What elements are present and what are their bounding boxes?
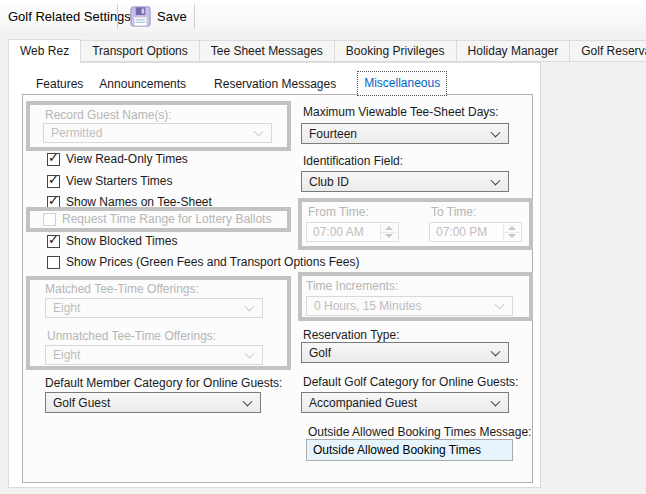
outside-message-input[interactable] xyxy=(306,439,513,461)
show-blocked-times-checkbox[interactable]: ✓ xyxy=(47,235,60,248)
chevron-down-icon xyxy=(491,346,501,356)
miscellaneous-tab-page: Record Guest Name(s): Permitted ✓ View R… xyxy=(22,94,533,483)
spinner-up-button[interactable] xyxy=(504,224,520,233)
time-increments-group: Time Increments: 0 Hours, 15 Minutes xyxy=(298,272,533,321)
request-time-range-checkbox-row: ✓ Request Time Range for Lottery Ballots xyxy=(43,212,271,226)
reservation-type-value: Golf xyxy=(309,346,331,360)
tab-web-rez[interactable]: Web Rez xyxy=(8,39,81,63)
tee-time-offerings-group: Matched Tee-Time Offerings: Eight Unmatc… xyxy=(26,276,291,370)
reservation-type-label: Reservation Type: xyxy=(303,328,400,342)
chevron-down-icon xyxy=(245,302,255,312)
triangle-down-icon xyxy=(385,234,393,238)
tab-transport-options[interactable]: Transport Options xyxy=(81,40,200,62)
checkmark-icon: ✓ xyxy=(48,233,59,246)
unmatched-offerings-label: Unmatched Tee-Time Offerings: xyxy=(47,329,216,343)
matched-offerings-label: Matched Tee-Time Offerings: xyxy=(45,282,199,296)
show-prices-checkbox[interactable]: ✓ xyxy=(47,256,60,269)
subtab-reservation-messages[interactable]: Reservation Messages xyxy=(208,73,342,95)
checkmark-icon: ✓ xyxy=(48,194,59,207)
toolbar-separator xyxy=(117,4,118,29)
view-starters-times-checkbox-row[interactable]: ✓ View Starters Times xyxy=(47,174,172,188)
chevron-down-icon xyxy=(245,349,255,359)
identification-field-dropdown[interactable]: Club ID xyxy=(301,171,509,192)
subtab-announcements[interactable]: Announcements xyxy=(93,73,192,95)
show-prices-label: Show Prices (Green Fees and Transport Op… xyxy=(66,255,359,269)
matched-offerings-value: Eight xyxy=(53,301,80,315)
default-member-category-value: Golf Guest xyxy=(53,396,110,410)
max-viewable-days-value: Fourteen xyxy=(309,127,357,141)
to-time-value: 07:00 PM xyxy=(436,225,487,239)
spinner-buttons xyxy=(503,224,520,240)
golf-related-settings-window: Golf Related Settings Save Web Rez Trans… xyxy=(0,0,646,494)
reservation-type-dropdown[interactable]: Golf xyxy=(301,342,509,363)
request-time-range-checkbox: ✓ xyxy=(43,213,56,226)
matched-offerings-dropdown[interactable]: Eight xyxy=(45,298,263,318)
toolbar: Golf Related Settings Save xyxy=(0,0,646,34)
time-increments-value: 0 Hours, 15 Minutes xyxy=(314,299,421,313)
identification-field-value: Club ID xyxy=(309,175,349,189)
record-guest-names-group: Record Guest Name(s): Permitted xyxy=(26,101,291,151)
view-read-only-times-checkbox-row[interactable]: ✓ View Read-Only Times xyxy=(47,152,188,166)
checkmark-icon: ✓ xyxy=(48,151,59,164)
spinner-down-button[interactable] xyxy=(381,233,397,241)
unmatched-offerings-value: Eight xyxy=(53,348,80,362)
max-viewable-days-label: Maximum Viewable Tee-Sheet Days: xyxy=(303,105,499,119)
to-time-label: To Time: xyxy=(431,205,476,219)
view-read-only-times-label: View Read-Only Times xyxy=(66,152,188,166)
record-guest-names-label: Record Guest Name(s): xyxy=(45,108,172,122)
record-guest-names-dropdown[interactable]: Permitted xyxy=(43,123,272,143)
from-time-value: 07:00 AM xyxy=(313,225,364,239)
default-golf-category-dropdown[interactable]: Accompanied Guest xyxy=(301,392,509,413)
chevron-down-icon xyxy=(491,127,501,137)
spinner-up-button[interactable] xyxy=(381,224,397,233)
save-floppy-icon xyxy=(129,5,152,28)
chevron-down-icon xyxy=(491,396,501,406)
spinner-down-button[interactable] xyxy=(504,233,520,241)
default-member-category-dropdown[interactable]: Golf Guest xyxy=(45,392,261,413)
outside-message-label: Outside Allowed Booking Times Message: xyxy=(308,425,531,439)
triangle-up-icon xyxy=(508,226,516,230)
to-time-spinner[interactable]: 07:00 PM xyxy=(429,222,522,242)
chevron-down-icon xyxy=(495,300,505,310)
unmatched-offerings-dropdown[interactable]: Eight xyxy=(45,345,263,365)
main-tab-bar: Web Rez Transport Options Tee Sheet Mess… xyxy=(8,39,646,63)
tab-holiday-manager[interactable]: Holiday Manager xyxy=(457,40,571,62)
tab-booking-privileges[interactable]: Booking Privileges xyxy=(335,40,457,62)
window-title: Golf Related Settings xyxy=(8,0,131,33)
triangle-down-icon xyxy=(508,234,516,238)
subtab-features[interactable]: Features xyxy=(30,73,89,95)
request-time-range-label: Request Time Range for Lottery Ballots xyxy=(62,212,271,226)
save-button-label: Save xyxy=(157,9,187,24)
spinner-buttons xyxy=(380,224,397,240)
show-blocked-times-label: Show Blocked Times xyxy=(66,234,177,248)
checkmark-icon: ✓ xyxy=(48,173,59,186)
view-starters-times-label: View Starters Times xyxy=(66,174,172,188)
default-golf-category-value: Accompanied Guest xyxy=(309,396,417,410)
default-golf-category-label: Default Golf Category for Online Guests: xyxy=(303,375,518,389)
subtab-miscellaneous[interactable]: Miscellaneous xyxy=(358,72,446,95)
lottery-ballots-group: ✓ Request Time Range for Lottery Ballots xyxy=(26,207,291,232)
time-range-group: From Time: 07:00 AM To Time: 07:00 PM xyxy=(298,198,533,250)
record-guest-names-value: Permitted xyxy=(51,126,102,140)
toolbar-separator xyxy=(194,4,195,29)
time-increments-dropdown[interactable]: 0 Hours, 15 Minutes xyxy=(306,296,513,316)
view-read-only-times-checkbox[interactable]: ✓ xyxy=(47,153,60,166)
chevron-down-icon xyxy=(254,127,264,137)
show-prices-checkbox-row[interactable]: ✓ Show Prices (Green Fees and Transport … xyxy=(47,255,359,269)
from-time-label: From Time: xyxy=(308,205,369,219)
sub-tab-bar: Features Announcements Reservation Messa… xyxy=(30,72,450,95)
view-starters-times-checkbox[interactable]: ✓ xyxy=(47,175,60,188)
time-increments-label: Time Increments: xyxy=(306,279,398,293)
triangle-up-icon xyxy=(385,226,393,230)
max-viewable-days-dropdown[interactable]: Fourteen xyxy=(301,123,509,144)
show-blocked-times-checkbox-row[interactable]: ✓ Show Blocked Times xyxy=(47,234,177,248)
from-time-spinner[interactable]: 07:00 AM xyxy=(306,222,399,242)
chevron-down-icon xyxy=(243,396,253,406)
identification-field-label: Identification Field: xyxy=(303,154,403,168)
tab-tee-sheet-messages[interactable]: Tee Sheet Messages xyxy=(200,40,335,62)
chevron-down-icon xyxy=(491,175,501,185)
default-member-category-label: Default Member Category for Online Guest… xyxy=(45,376,282,390)
save-button[interactable]: Save xyxy=(123,3,193,30)
tab-golf-reservation-manager[interactable]: Golf Reservation Manager xyxy=(570,40,646,62)
